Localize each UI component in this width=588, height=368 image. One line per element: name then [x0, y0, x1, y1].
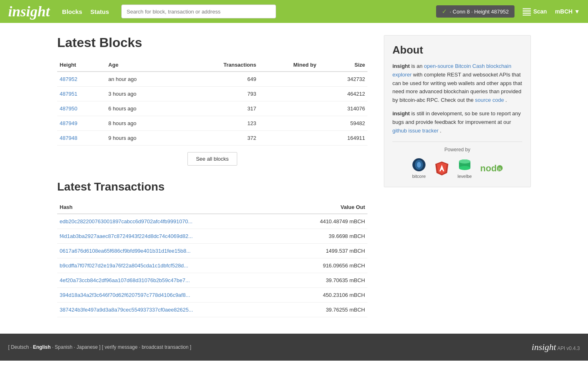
tx-value-out: 39.76255 mBCH	[285, 303, 368, 317]
verify-message-link[interactable]: verify message	[105, 344, 138, 350]
sidebar: About insight is an open-source Bitcoin …	[384, 35, 531, 321]
block-height-link[interactable]: 487948	[60, 135, 77, 141]
tx-hash-link[interactable]: f4d1ab3ba2927aaec87c8724943f224d8dc74c40…	[60, 233, 193, 239]
col-value-out: Value Out	[285, 201, 368, 214]
footer-logo: insight API v0.4.3	[532, 342, 580, 352]
lang-english[interactable]: English	[33, 344, 51, 350]
tx-value-out: 4410.48749 mBCH	[285, 214, 368, 229]
see-all-wrapper: See all blocks	[57, 152, 368, 166]
leveldb-label: levelbe	[458, 174, 472, 179]
svg-point-10	[459, 159, 470, 164]
nav-status[interactable]: Status	[90, 8, 109, 15]
about-text-2: insight is still in development, so be s…	[392, 110, 522, 135]
table-row: 487949 8 hours ago 123 59482	[57, 116, 368, 131]
table-row: 4ef20a73ccb84c2df96aa107d68d31076b2b59c4…	[57, 273, 368, 288]
block-mined-by	[258, 72, 318, 87]
footer-api-version: API v0.4.3	[557, 346, 580, 351]
table-row: 0617a676d6108ea65f686cf9bfd99e401b31d1fe…	[57, 244, 368, 258]
tx-hash-link[interactable]: 394d18a34a2f3c646f70d62f6207597c778d4106…	[60, 292, 190, 298]
tx-hash-link[interactable]: 387424b3fe497a9d3a8a79cec554937337cf0aee…	[60, 307, 193, 313]
lang-deutsch[interactable]: Deutsch	[11, 344, 29, 350]
table-row: 487950 6 hours ago 317 314076	[57, 101, 368, 116]
github-issue-link[interactable]: github issue tracker	[392, 128, 439, 134]
svg-point-9	[459, 166, 470, 170]
table-row: 487951 3 hours ago 793 464212	[57, 87, 368, 101]
transactions-table: Hash Value Out edb20c282200763001897cabc…	[57, 201, 368, 317]
tx-value-out: 39.6698 mBCH	[285, 229, 368, 244]
latest-blocks-title: Latest Blocks	[57, 35, 368, 50]
angular-logo	[434, 161, 449, 175]
block-transactions: 123	[178, 116, 259, 131]
leveldb-icon	[457, 157, 472, 172]
block-age: 3 hours ago	[106, 87, 177, 101]
conn-status[interactable]: ✓ · Conn 8 · Height 487952	[436, 5, 514, 18]
col-mined-by: Mined by	[258, 58, 318, 72]
table-row: 487952 an hour ago 649 342732	[57, 72, 368, 87]
latest-transactions-title: Latest Transactions	[57, 180, 368, 193]
block-height-link[interactable]: 487951	[60, 91, 77, 97]
mbch-dropdown[interactable]: mBCH ▼	[555, 8, 580, 15]
tx-hash-link[interactable]: 0617a676d6108ea65f686cf9bfd99e401b31d1fe…	[60, 248, 191, 254]
powered-icons: bitcore	[392, 157, 522, 179]
col-transactions: Transactions	[178, 58, 259, 72]
bitcore-icon	[412, 157, 426, 172]
block-size: 342732	[319, 72, 368, 87]
scan-icon	[523, 7, 531, 16]
nodejs-logo: node js	[480, 161, 503, 175]
chevron-down-icon: ▼	[574, 8, 580, 15]
block-age: 8 hours ago	[106, 116, 177, 131]
block-transactions: 317	[178, 101, 259, 116]
broadcast-transaction-link[interactable]: broadcast transaction	[142, 344, 189, 350]
nav-blocks[interactable]: Blocks	[62, 8, 82, 15]
block-size: 164911	[319, 131, 368, 146]
see-all-blocks-button[interactable]: See all blocks	[187, 152, 237, 166]
lang-spanish[interactable]: Spanish	[55, 344, 72, 350]
leveldb-logo: levelbe	[457, 157, 472, 179]
block-mined-by	[258, 87, 318, 101]
bitcore-logo: bitcore	[412, 157, 426, 179]
source-code-link[interactable]: source code	[475, 97, 504, 103]
tx-value-out: 39.70635 mBCH	[285, 273, 368, 288]
lang-japanese[interactable]: Japanese	[76, 344, 98, 350]
search-input[interactable]	[121, 4, 276, 18]
about-box: About insight is an open-source Bitcoin …	[384, 35, 531, 187]
tx-hash-link[interactable]: edb20c282200763001897cabcc6d9702afc4fb99…	[60, 218, 192, 224]
block-transactions: 649	[178, 72, 259, 87]
table-row: edb20c282200763001897cabcc6d9702afc4fb99…	[57, 214, 368, 229]
col-hash: Hash	[57, 201, 285, 214]
nodejs-icon: node js	[480, 161, 503, 175]
table-row: f4d1ab3ba2927aaec87c8724943f224d8dc74c40…	[57, 229, 368, 244]
svg-text:js: js	[498, 166, 501, 171]
angular-icon	[434, 161, 449, 175]
block-height-link[interactable]: 487952	[60, 76, 77, 82]
tx-hash-link[interactable]: 4ef20a73ccb84c2df96aa107d68d31076b2b59c4…	[60, 277, 190, 283]
table-row: b9cdffa7f07f027d2e19a76f22a8045cda1c1dbf…	[57, 258, 368, 273]
block-height-link[interactable]: 487949	[60, 120, 77, 126]
about-text-1: insight is an open-source Bitcoin Cash b…	[392, 62, 522, 105]
block-age: an hour ago	[106, 72, 177, 87]
block-age: 6 hours ago	[106, 101, 177, 116]
block-mined-by	[258, 116, 318, 131]
tx-hash-link[interactable]: b9cdffa7f07f027d2e19a76f22a8045cda1c1dbf…	[60, 263, 188, 269]
footer: [ Deutsch · English · Spanish · Japanese…	[0, 334, 588, 361]
about-title: About	[392, 44, 522, 56]
block-transactions: 372	[178, 131, 259, 146]
scan-button[interactable]: Scan	[523, 7, 547, 16]
navbar: insight Blocks Status ✓ · Conn 8 · Heigh…	[0, 0, 588, 23]
tx-value-out: 916.09656 mBCH	[285, 258, 368, 273]
table-row: 387424b3fe497a9d3a8a79cec554937337cf0aee…	[57, 303, 368, 317]
tx-value-out: 1499.537 mBCH	[285, 244, 368, 258]
brand-logo: insight	[8, 3, 50, 20]
content-area: Latest Blocks Height Age Transactions Mi…	[57, 35, 368, 321]
check-icon: ✓	[442, 8, 447, 15]
blocks-table: Height Age Transactions Mined by Size 48…	[57, 58, 368, 146]
col-height: Height	[57, 58, 106, 72]
block-height-link[interactable]: 487950	[60, 105, 77, 112]
col-age: Age	[106, 58, 177, 72]
block-age: 9 hours ago	[106, 131, 177, 146]
table-row: 487948 9 hours ago 372 164911	[57, 131, 368, 146]
tx-value-out: 450.23106 mBCH	[285, 288, 368, 303]
footer-links: [ Deutsch · English · Spanish · Japanese…	[8, 344, 191, 350]
svg-point-2	[417, 162, 421, 168]
svg-rect-6	[441, 167, 443, 169]
